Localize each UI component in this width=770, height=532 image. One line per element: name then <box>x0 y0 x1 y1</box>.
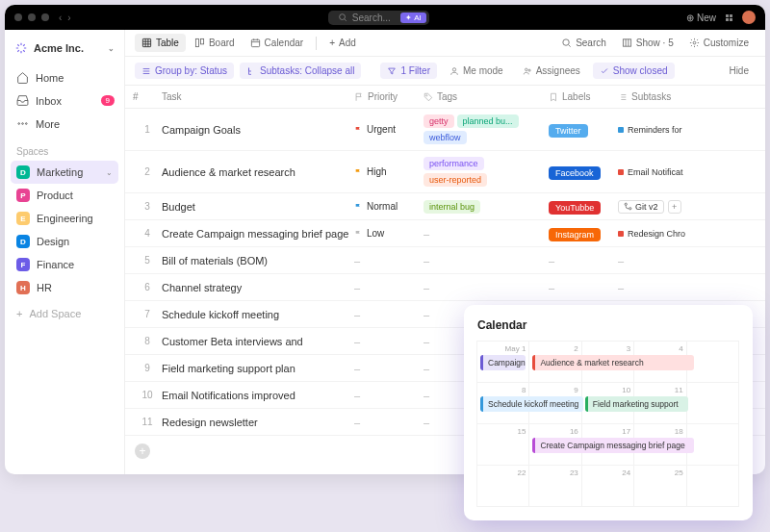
assignees-chip[interactable]: Assignees <box>516 63 587 79</box>
nav-more[interactable]: More <box>11 113 118 135</box>
sidebar-space-finance[interactable]: FFinance <box>11 253 118 276</box>
plus-icon[interactable]: + <box>668 200 681 214</box>
customize-button[interactable]: Customize <box>682 34 756 52</box>
show-button[interactable]: Show · 5 <box>615 34 680 52</box>
table-row[interactable]: 3BudgetNormalinternal bugYouTubbeGit v2+ <box>125 193 765 220</box>
table-row[interactable]: 4Create Campaign messaging brief pageLow… <box>125 220 765 247</box>
sidebar-space-engineering[interactable]: EEngineering <box>11 207 118 230</box>
subtask-cell[interactable]: Email Notificat <box>618 167 724 177</box>
col-task[interactable]: Task <box>162 91 354 102</box>
calendar-cell[interactable] <box>686 465 739 507</box>
calendar-cell[interactable]: 24 <box>581 465 634 507</box>
tags-cell[interactable]: internal bug <box>424 200 549 214</box>
calendar-event[interactable]: Audience & market research <box>532 355 693 370</box>
sidebar-space-hr[interactable]: HHR <box>11 276 118 299</box>
global-search[interactable]: Search... ✦AI <box>328 11 429 25</box>
col-priority[interactable]: Priority <box>354 91 424 102</box>
subtask-cell[interactable]: Reminders for <box>618 125 724 135</box>
tag[interactable]: getty <box>424 114 454 128</box>
search-button[interactable]: Search <box>554 34 613 52</box>
traffic-light-max[interactable] <box>41 13 49 21</box>
group-by-chip[interactable]: Group by: Status <box>135 63 234 79</box>
task-name[interactable]: Bill of materials (BOM) <box>162 255 354 266</box>
forward-icon[interactable]: › <box>67 13 70 23</box>
subtask-cell[interactable]: Git v2+ <box>618 200 724 214</box>
label-pill[interactable]: Facebook <box>549 166 601 180</box>
new-button[interactable]: ⊕New <box>686 13 716 23</box>
label-pill[interactable]: Instagram <box>549 228 601 241</box>
calendar-event[interactable]: Create Campaign messaging brief page <box>532 438 693 453</box>
task-name[interactable]: Audience & market research <box>162 166 354 178</box>
table-row[interactable]: 1Campaign GoalsUrgentgettyplanned bu...w… <box>125 109 765 151</box>
hide-button[interactable]: Hide <box>722 63 756 79</box>
priority-cell[interactable]: Low <box>354 228 424 239</box>
tag[interactable]: user-reported <box>424 173 487 187</box>
calendar-cell[interactable]: 22 <box>476 465 529 507</box>
task-name[interactable]: Redesign newsletter <box>162 417 354 428</box>
label-pill[interactable]: Twitter <box>549 124 588 138</box>
label-pill[interactable]: YouTubbe <box>549 201 601 215</box>
task-name[interactable]: Create Campaign messaging brief page <box>162 228 354 240</box>
git-badge[interactable]: Git v2 <box>618 200 664 214</box>
calendar-cell[interactable] <box>686 423 739 466</box>
task-name[interactable]: Email Notifications improved <box>162 390 354 401</box>
traffic-light-min[interactable] <box>28 13 36 21</box>
tags-cell[interactable]: gettyplanned bu...webflow <box>424 114 549 144</box>
tag[interactable]: planned bu... <box>457 114 519 128</box>
col-subtasks[interactable]: Subtasks <box>618 91 724 102</box>
priority-cell[interactable]: Urgent <box>354 124 424 135</box>
back-icon[interactable]: ‹ <box>59 13 62 23</box>
table-row[interactable]: 6Channel strategy–––– <box>125 274 765 301</box>
task-name[interactable]: Field marketing support plan <box>162 363 354 374</box>
calendar-cell[interactable] <box>686 382 739 424</box>
calendar-event[interactable]: Field marketing support <box>585 396 688 412</box>
calendar-cell[interactable] <box>686 341 739 383</box>
apps-icon[interactable] <box>726 14 732 21</box>
tag[interactable]: internal bug <box>424 200 480 214</box>
task-name[interactable]: Channel strategy <box>162 282 354 293</box>
task-name[interactable]: Schedule kickoff meeting <box>162 309 354 320</box>
tag[interactable]: performance <box>424 157 484 170</box>
task-name[interactable]: Customer Beta interviews and <box>162 336 354 347</box>
col-tags[interactable]: Tags <box>424 91 549 102</box>
show-closed-chip[interactable]: Show closed <box>593 63 675 79</box>
me-mode-chip[interactable]: Me mode <box>443 63 510 79</box>
sidebar-space-marketing[interactable]: DMarketing⌄ <box>11 161 118 184</box>
table-row[interactable]: 2Audience & market researchHighperforman… <box>125 151 765 193</box>
calendar-cell[interactable]: 25 <box>633 465 686 507</box>
tab-calendar[interactable]: Calendar <box>244 34 311 52</box>
calendar-cell[interactable]: 16Create Campaign messaging brief page <box>528 423 581 466</box>
workspace-switcher[interactable]: Acme Inc. ⌄ <box>11 38 118 59</box>
nav-home[interactable]: Home <box>11 66 118 89</box>
col-labels[interactable]: Labels <box>549 91 618 102</box>
sidebar-space-design[interactable]: DDesign <box>11 230 118 253</box>
user-avatar[interactable] <box>742 11 756 24</box>
calendar-cell[interactable]: 23 <box>528 465 581 507</box>
add-view-button[interactable]: +Add <box>322 34 363 52</box>
ai-badge[interactable]: ✦AI <box>400 13 426 23</box>
tab-board[interactable]: Board <box>188 34 242 52</box>
tab-table[interactable]: Table <box>135 34 186 52</box>
col-num[interactable]: # <box>133 91 162 102</box>
priority-cell[interactable]: Normal <box>354 201 424 212</box>
nav-inbox[interactable]: Inbox 9 <box>11 89 118 112</box>
calendar-event[interactable]: Campaign Goals <box>480 355 526 370</box>
traffic-light-close[interactable] <box>14 13 22 21</box>
tags-cell[interactable]: performanceuser-reported <box>424 157 549 187</box>
calendar-event[interactable]: Schedule kickoff meeting <box>480 396 583 412</box>
calendar-cell[interactable]: 10Field marketing support <box>581 382 634 424</box>
filter-chip[interactable]: 1 Filter <box>380 63 437 79</box>
priority-cell[interactable]: High <box>354 166 424 177</box>
sidebar-space-product[interactable]: PProduct <box>11 184 118 207</box>
calendar-cell[interactable]: 15 <box>476 423 529 466</box>
subtask-cell[interactable]: Redesign Chro <box>618 229 724 239</box>
task-name[interactable]: Budget <box>162 201 354 213</box>
task-name[interactable]: Campaign Goals <box>162 124 354 136</box>
add-space-button[interactable]: + Add Space <box>11 303 118 324</box>
tag[interactable]: webflow <box>424 131 467 144</box>
calendar-cell[interactable]: 2Audience & market research <box>528 341 581 383</box>
table-row[interactable]: 5Bill of materials (BOM)–––– <box>125 247 765 274</box>
calendar-cell[interactable]: 8Schedule kickoff meeting <box>476 382 529 424</box>
add-task-button[interactable]: + <box>135 443 150 459</box>
subtasks-chip[interactable]: Subtasks: Collapse all <box>240 63 361 79</box>
